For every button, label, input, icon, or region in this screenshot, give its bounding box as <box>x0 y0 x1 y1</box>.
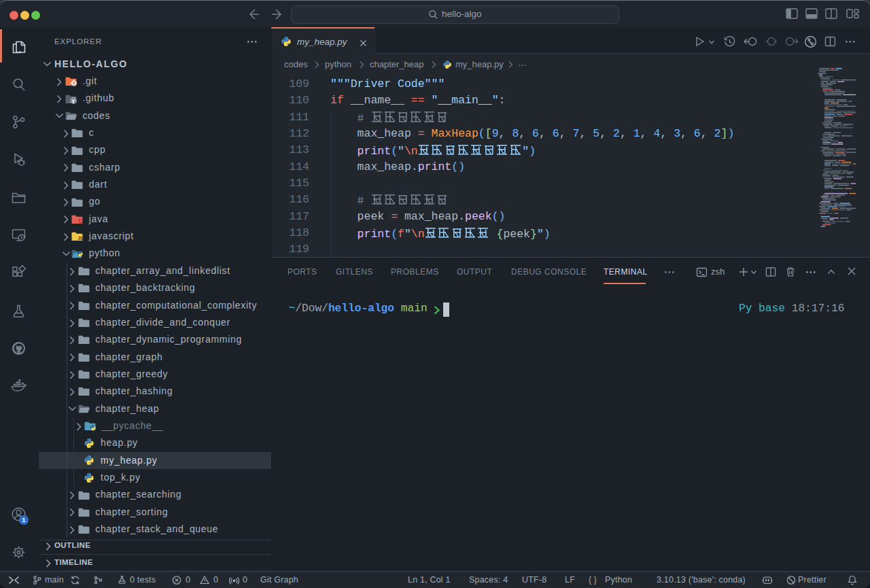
svg-text:JS: JS <box>77 236 83 241</box>
